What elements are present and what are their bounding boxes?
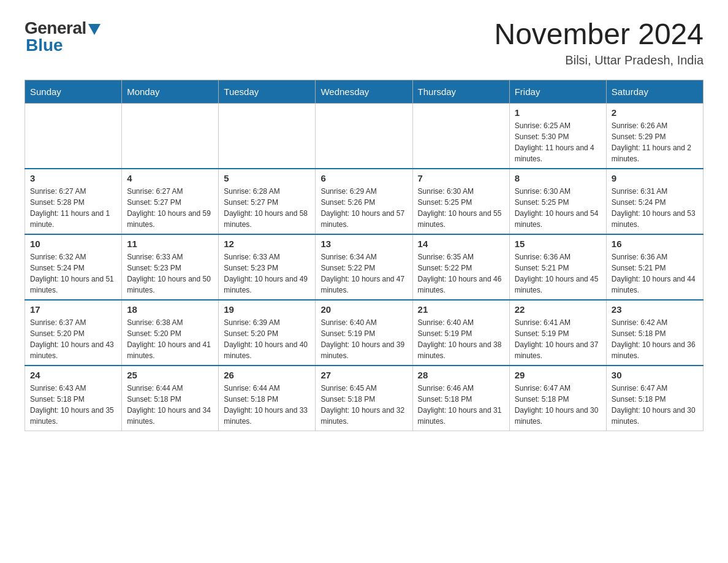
day-number: 16 (612, 239, 698, 249)
day-of-week-header: Wednesday (316, 80, 412, 103)
calendar-cell: 13Sunrise: 6:34 AMSunset: 5:22 PMDayligh… (316, 234, 412, 300)
day-of-week-header: Saturday (606, 80, 703, 103)
day-sun-info: Sunrise: 6:44 AMSunset: 5:18 PMDaylight:… (127, 383, 213, 427)
month-year-title: November 2024 (494, 18, 703, 51)
day-sun-info: Sunrise: 6:30 AMSunset: 5:25 PMDaylight:… (418, 186, 504, 230)
day-sun-info: Sunrise: 6:36 AMSunset: 5:21 PMDaylight:… (612, 251, 698, 296)
day-number: 24 (30, 370, 116, 380)
calendar-week-row: 24Sunrise: 6:43 AMSunset: 5:18 PMDayligh… (25, 366, 703, 431)
day-sun-info: Sunrise: 6:39 AMSunset: 5:20 PMDaylight:… (224, 317, 310, 361)
day-number: 28 (418, 370, 504, 380)
calendar-cell: 9Sunrise: 6:31 AMSunset: 5:24 PMDaylight… (606, 169, 703, 234)
calendar-cell: 14Sunrise: 6:35 AMSunset: 5:22 PMDayligh… (412, 234, 509, 300)
title-section: November 2024 Bilsi, Uttar Pradesh, Indi… (494, 18, 703, 67)
day-sun-info: Sunrise: 6:28 AMSunset: 5:27 PMDaylight:… (224, 186, 310, 230)
day-sun-info: Sunrise: 6:34 AMSunset: 5:22 PMDaylight:… (320, 251, 407, 296)
day-number: 5 (224, 173, 310, 183)
calendar-cell: 27Sunrise: 6:45 AMSunset: 5:18 PMDayligh… (316, 366, 412, 431)
day-sun-info: Sunrise: 6:38 AMSunset: 5:20 PMDaylight:… (127, 317, 213, 361)
day-number: 8 (515, 173, 601, 183)
calendar-cell: 17Sunrise: 6:37 AMSunset: 5:20 PMDayligh… (25, 300, 122, 366)
day-sun-info: Sunrise: 6:30 AMSunset: 5:25 PMDaylight:… (515, 186, 601, 230)
day-number: 4 (127, 173, 213, 183)
day-sun-info: Sunrise: 6:37 AMSunset: 5:20 PMDaylight:… (30, 317, 116, 361)
day-sun-info: Sunrise: 6:44 AMSunset: 5:18 PMDaylight:… (224, 383, 310, 427)
calendar-cell: 8Sunrise: 6:30 AMSunset: 5:25 PMDaylight… (509, 169, 606, 234)
day-number: 26 (224, 370, 310, 380)
day-number: 27 (320, 370, 407, 380)
day-number: 2 (612, 107, 698, 118)
logo-triangle-icon (88, 24, 100, 35)
day-number: 3 (30, 173, 116, 183)
page-header: General Blue November 2024 Bilsi, Uttar … (25, 18, 703, 67)
calendar-cell: 23Sunrise: 6:42 AMSunset: 5:18 PMDayligh… (606, 300, 703, 366)
calendar-cell (122, 103, 219, 169)
calendar-cell: 25Sunrise: 6:44 AMSunset: 5:18 PMDayligh… (122, 366, 219, 431)
day-sun-info: Sunrise: 6:27 AMSunset: 5:27 PMDaylight:… (127, 186, 213, 230)
calendar-cell: 24Sunrise: 6:43 AMSunset: 5:18 PMDayligh… (25, 366, 122, 431)
day-number: 23 (612, 304, 698, 315)
day-number: 12 (224, 239, 310, 249)
calendar-cell: 4Sunrise: 6:27 AMSunset: 5:27 PMDaylight… (122, 169, 219, 234)
day-number: 29 (515, 370, 601, 380)
calendar-cell: 2Sunrise: 6:26 AMSunset: 5:29 PMDaylight… (606, 103, 703, 169)
calendar-cell: 22Sunrise: 6:41 AMSunset: 5:19 PMDayligh… (509, 300, 606, 366)
day-number: 14 (418, 239, 504, 249)
day-of-week-header: Thursday (412, 80, 509, 103)
day-sun-info: Sunrise: 6:40 AMSunset: 5:19 PMDaylight:… (418, 317, 504, 361)
day-sun-info: Sunrise: 6:35 AMSunset: 5:22 PMDaylight:… (418, 251, 504, 296)
day-number: 30 (612, 370, 698, 380)
day-sun-info: Sunrise: 6:29 AMSunset: 5:26 PMDaylight:… (320, 186, 407, 230)
calendar-cell: 15Sunrise: 6:36 AMSunset: 5:21 PMDayligh… (509, 234, 606, 300)
calendar-cell: 18Sunrise: 6:38 AMSunset: 5:20 PMDayligh… (122, 300, 219, 366)
calendar-cell: 7Sunrise: 6:30 AMSunset: 5:25 PMDaylight… (412, 169, 509, 234)
calendar-cell: 1Sunrise: 6:25 AMSunset: 5:30 PMDaylight… (509, 103, 606, 169)
day-sun-info: Sunrise: 6:41 AMSunset: 5:19 PMDaylight:… (515, 317, 601, 361)
day-of-week-header: Tuesday (219, 80, 316, 103)
location-subtitle: Bilsi, Uttar Pradesh, India (494, 53, 703, 67)
day-sun-info: Sunrise: 6:43 AMSunset: 5:18 PMDaylight:… (30, 383, 116, 427)
calendar-cell: 26Sunrise: 6:44 AMSunset: 5:18 PMDayligh… (219, 366, 316, 431)
calendar-cell (25, 103, 122, 169)
calendar-cell (219, 103, 316, 169)
day-number: 9 (612, 173, 698, 183)
day-number: 25 (127, 370, 213, 380)
day-number: 18 (127, 304, 213, 315)
calendar-header-row: SundayMondayTuesdayWednesdayThursdayFrid… (25, 80, 703, 103)
calendar-cell: 19Sunrise: 6:39 AMSunset: 5:20 PMDayligh… (219, 300, 316, 366)
day-number: 7 (418, 173, 504, 183)
day-sun-info: Sunrise: 6:40 AMSunset: 5:19 PMDaylight:… (320, 317, 407, 361)
day-number: 21 (418, 304, 504, 315)
day-number: 11 (127, 239, 213, 249)
day-of-week-header: Monday (122, 80, 219, 103)
calendar-cell: 5Sunrise: 6:28 AMSunset: 5:27 PMDaylight… (219, 169, 316, 234)
calendar-cell: 21Sunrise: 6:40 AMSunset: 5:19 PMDayligh… (412, 300, 509, 366)
day-number: 13 (320, 239, 407, 249)
day-sun-info: Sunrise: 6:27 AMSunset: 5:28 PMDaylight:… (30, 186, 116, 230)
calendar-cell: 16Sunrise: 6:36 AMSunset: 5:21 PMDayligh… (606, 234, 703, 300)
calendar-cell: 10Sunrise: 6:32 AMSunset: 5:24 PMDayligh… (25, 234, 122, 300)
day-of-week-header: Friday (509, 80, 606, 103)
logo-blue-text: Blue (25, 36, 63, 55)
calendar-cell: 28Sunrise: 6:46 AMSunset: 5:18 PMDayligh… (412, 366, 509, 431)
day-number: 19 (224, 304, 310, 315)
calendar-cell (412, 103, 509, 169)
day-sun-info: Sunrise: 6:45 AMSunset: 5:18 PMDaylight:… (320, 383, 407, 427)
day-number: 6 (320, 173, 407, 183)
calendar-week-row: 17Sunrise: 6:37 AMSunset: 5:20 PMDayligh… (25, 300, 703, 366)
day-sun-info: Sunrise: 6:33 AMSunset: 5:23 PMDaylight:… (224, 251, 310, 296)
day-sun-info: Sunrise: 6:47 AMSunset: 5:18 PMDaylight:… (612, 383, 698, 427)
day-sun-info: Sunrise: 6:32 AMSunset: 5:24 PMDaylight:… (30, 251, 116, 296)
calendar-cell: 11Sunrise: 6:33 AMSunset: 5:23 PMDayligh… (122, 234, 219, 300)
day-sun-info: Sunrise: 6:31 AMSunset: 5:24 PMDaylight:… (612, 186, 698, 230)
calendar-table: SundayMondayTuesdayWednesdayThursdayFrid… (25, 80, 703, 431)
calendar-cell: 3Sunrise: 6:27 AMSunset: 5:28 PMDaylight… (25, 169, 122, 234)
day-number: 22 (515, 304, 601, 315)
calendar-week-row: 10Sunrise: 6:32 AMSunset: 5:24 PMDayligh… (25, 234, 703, 300)
calendar-week-row: 3Sunrise: 6:27 AMSunset: 5:28 PMDaylight… (25, 169, 703, 234)
day-sun-info: Sunrise: 6:42 AMSunset: 5:18 PMDaylight:… (612, 317, 698, 361)
day-number: 1 (515, 107, 601, 118)
day-sun-info: Sunrise: 6:36 AMSunset: 5:21 PMDaylight:… (515, 251, 601, 296)
day-of-week-header: Sunday (25, 80, 122, 103)
calendar-cell: 20Sunrise: 6:40 AMSunset: 5:19 PMDayligh… (316, 300, 412, 366)
